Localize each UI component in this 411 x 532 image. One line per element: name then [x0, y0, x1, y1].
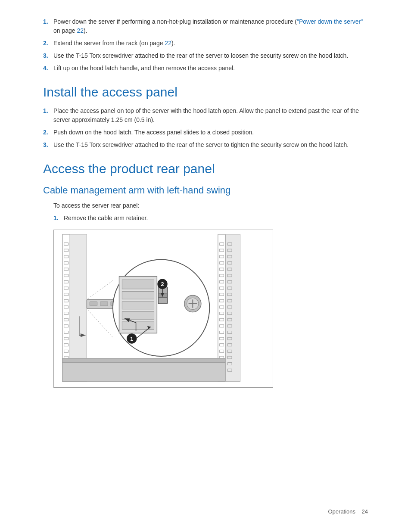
intro-list: 1. Power down the server if performing a… [43, 17, 368, 73]
svg-text:2: 2 [161, 281, 164, 287]
list-text-2: Extend the server from the rack (on page… [53, 39, 368, 48]
list-num-2: 2. [43, 39, 53, 48]
footer-section-label: Operations [328, 508, 355, 515]
list-text-3: Use the T-15 Torx screwdriver attached t… [53, 51, 368, 60]
cable-arm-diagram: 1 2 [58, 234, 268, 382]
install-list-item-2: 2. Push down on the hood latch. The acce… [43, 128, 368, 137]
svg-rect-47 [62, 358, 227, 363]
install-num-2: 2. [43, 128, 53, 137]
svg-text:1: 1 [130, 336, 133, 342]
page-footer: Operations 24 [328, 508, 368, 515]
access-list-item-1: 1. Remove the cable arm retainer. [53, 214, 368, 223]
svg-rect-60 [122, 312, 154, 320]
list-num-3: 3. [43, 51, 53, 60]
install-text-1: Place the access panel on top of the ser… [53, 106, 368, 124]
install-text-2: Push down on the hood latch. The access … [53, 128, 368, 137]
power-down-link[interactable]: "Power down the server" [297, 18, 363, 25]
access-num-1: 1. [53, 214, 64, 223]
install-section-title: Install the access panel [43, 85, 368, 100]
page: 1. Power down the server if performing a… [0, 0, 411, 532]
footer-page-number: 24 [362, 508, 368, 515]
cable-mgmt-subtitle: Cable management arm with left-hand swin… [43, 185, 368, 196]
access-section-title: Access the product rear panel [43, 162, 368, 176]
intro-list-item-1: 1. Power down the server if performing a… [43, 17, 368, 35]
svg-rect-50 [100, 302, 108, 306]
list-num-1: 1. [43, 17, 53, 26]
svg-rect-59 [122, 302, 154, 309]
intro-list-item-2: 2. Extend the server from the rack (on p… [43, 39, 368, 48]
svg-rect-58 [122, 292, 154, 299]
list-text-1: Power down the server if performing a no… [53, 17, 368, 35]
install-num-1: 1. [43, 106, 53, 115]
install-text-3: Use the T-15 Torx screwdriver attached t… [53, 140, 368, 149]
diagram-container: 1 2 [53, 230, 273, 388]
list-num-4: 4. [43, 64, 53, 73]
install-list: 1. Place the access panel on top of the … [43, 106, 368, 149]
access-intro-text: To access the server rear panel: [53, 201, 368, 210]
list-text-4: Lift up on the hood latch handle, and th… [53, 64, 368, 73]
intro-list-item-4: 4. Lift up on the hood latch handle, and… [43, 64, 368, 73]
install-list-item-3: 3. Use the T-15 Torx screwdriver attache… [43, 140, 368, 149]
page-22-link-2[interactable]: 22 [165, 40, 171, 47]
page-22-link-1[interactable]: 22 [77, 27, 84, 34]
install-list-item-1: 1. Place the access panel on top of the … [43, 106, 368, 124]
install-num-3: 3. [43, 140, 53, 149]
access-text-1: Remove the cable arm retainer. [64, 214, 368, 223]
svg-rect-49 [90, 302, 97, 306]
svg-rect-57 [122, 280, 154, 289]
intro-list-item-3: 3. Use the T-15 Torx screwdriver attache… [43, 51, 368, 60]
access-list: 1. Remove the cable arm retainer. [53, 214, 368, 223]
